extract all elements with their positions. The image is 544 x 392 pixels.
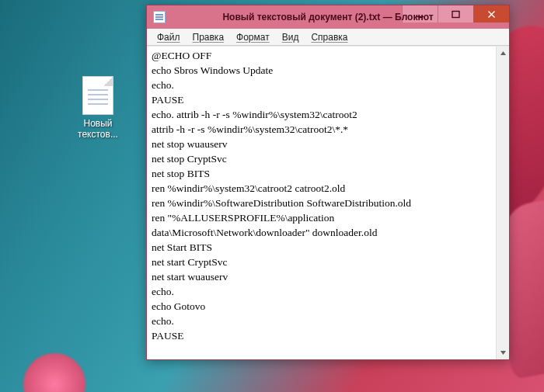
scroll-track[interactable] (497, 60, 509, 346)
scroll-down-button[interactable] (497, 346, 509, 359)
maximize-button[interactable] (438, 5, 473, 23)
menu-help[interactable]: Справка (305, 30, 353, 44)
vertical-scrollbar[interactable] (496, 47, 509, 359)
wallpaper-petal (23, 353, 85, 392)
minimize-button[interactable] (402, 5, 438, 23)
svg-rect-1 (452, 11, 459, 17)
menu-edit[interactable]: Правка (187, 30, 230, 44)
text-editor[interactable]: @ECHO OFF echo Sbros Windows Update echo… (147, 47, 496, 359)
text-file-icon (82, 76, 113, 115)
menubar: Файл Правка Формат Вид Справка (147, 29, 509, 46)
window-controls (402, 5, 509, 29)
menu-format[interactable]: Формат (231, 30, 275, 44)
menu-file[interactable]: Файл (152, 30, 186, 44)
menu-view[interactable]: Вид (277, 30, 305, 44)
editor-area: @ECHO OFF echo Sbros Windows Update echo… (147, 46, 509, 359)
notepad-window: Новый текстовый документ (2).txt — Блокн… (146, 5, 510, 360)
titlebar[interactable]: Новый текстовый документ (2).txt — Блокн… (147, 5, 509, 29)
scroll-up-button[interactable] (497, 47, 509, 60)
notepad-app-icon (153, 11, 166, 23)
desktop-file-icon[interactable]: Новый текстов... (68, 76, 127, 140)
close-button[interactable] (473, 5, 509, 23)
desktop-icon-label: Новый текстов... (68, 118, 127, 140)
